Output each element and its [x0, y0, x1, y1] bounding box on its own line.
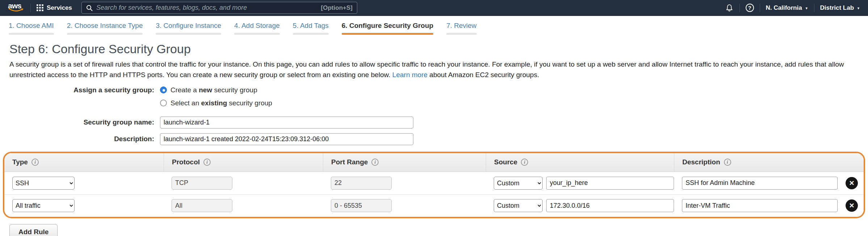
rule-row-ssh: SSH Custom ✕ [4, 172, 864, 194]
rule-type-select[interactable]: SSH [12, 177, 75, 190]
header-description: Description i [674, 153, 835, 172]
navbar-divider [30, 4, 31, 12]
step-6-configure-security-group[interactable]: 6. Configure Security Group [342, 22, 433, 35]
rule-port-range-input [331, 177, 392, 190]
rule-type-select[interactable]: All traffic [12, 199, 75, 212]
rule-source-value-input[interactable] [546, 199, 674, 212]
security-group-description-input[interactable] [160, 133, 413, 145]
step-underline [9, 33, 54, 35]
radio-create-new-security-group[interactable]: Create a new security group [160, 86, 257, 94]
security-rules-table: Type i Protocol i Port Range i Source i … [3, 152, 865, 218]
security-group-description-label: Description: [0, 135, 160, 143]
navbar-right-group: ? N. California ▼ District Lab ▼ [725, 4, 860, 12]
info-icon[interactable]: i [203, 159, 211, 166]
rule-protocol-input [172, 199, 232, 212]
radio-select-existing-security-group[interactable]: Select an existing security group [160, 99, 272, 107]
delete-rule-button[interactable]: ✕ [846, 177, 858, 189]
learn-more-link[interactable]: Learn more [392, 71, 427, 79]
help-button[interactable]: ? [746, 4, 754, 12]
security-group-name-label: Security group name: [0, 118, 160, 126]
notifications-button[interactable] [725, 4, 734, 12]
close-icon: ✕ [849, 202, 854, 209]
info-icon[interactable]: i [724, 159, 731, 166]
rule-source-mode-select[interactable]: Custom [494, 199, 543, 212]
question-icon: ? [746, 4, 754, 12]
rule-source-value-input[interactable] [546, 177, 674, 190]
account-menu[interactable]: District Lab ▼ [820, 4, 860, 12]
account-label: District Lab [820, 4, 854, 12]
region-label: N. California [766, 4, 802, 12]
page-title: Step 6: Configure Security Group [9, 42, 868, 56]
step-underline [156, 33, 221, 35]
step-4-add-storage[interactable]: 4. Add Storage [234, 22, 280, 35]
wizard-steps-bar: 1. Choose AMI 2. Choose Instance Type 3.… [0, 16, 868, 35]
navbar-divider [814, 4, 814, 12]
step-3-configure-instance[interactable]: 3. Configure Instance [156, 22, 221, 35]
header-type: Type i [4, 153, 164, 172]
step-underline-active [342, 33, 433, 35]
top-navbar: aws Services [Option+S] [0, 0, 868, 16]
delete-rule-button[interactable]: ✕ [846, 199, 858, 212]
rule-port-range-input [331, 199, 392, 212]
rule-description-input[interactable] [682, 177, 838, 190]
search-input[interactable] [96, 4, 317, 12]
close-icon: ✕ [849, 180, 854, 186]
info-icon[interactable]: i [521, 159, 528, 166]
services-label: Services [47, 4, 72, 12]
services-menu-button[interactable]: Services [37, 4, 72, 12]
radio-selected-icon[interactable] [160, 87, 167, 93]
aws-logo[interactable]: aws [8, 2, 25, 14]
aws-smile-icon [8, 8, 24, 13]
navbar-divider [740, 4, 740, 12]
chevron-down-icon: ▼ [857, 7, 860, 10]
region-selector[interactable]: N. California ▼ [766, 4, 808, 12]
rule-description-input[interactable] [682, 199, 838, 212]
step-5-add-tags[interactable]: 5. Add Tags [293, 22, 329, 35]
search-shortcut-hint: [Option+S] [321, 4, 353, 12]
grid-icon [37, 4, 43, 11]
assign-security-group-section: Assign a security group: Create a new se… [0, 86, 868, 107]
header-port-range: Port Range i [323, 153, 486, 172]
step-underline [446, 33, 476, 35]
radio-unselected-icon[interactable] [160, 100, 167, 106]
search-icon [86, 5, 93, 11]
info-icon[interactable]: i [371, 159, 379, 166]
info-icon[interactable]: i [31, 159, 39, 166]
rule-source-mode-select[interactable]: Custom [494, 177, 543, 190]
page-description: A security group is a set of firewall ru… [9, 59, 859, 80]
assign-security-group-label: Assign a security group: [0, 86, 160, 94]
chevron-down-icon: ▼ [805, 7, 808, 10]
security-group-description-row: Description: [0, 133, 868, 145]
rule-protocol-input [172, 177, 232, 190]
step-underline [293, 33, 329, 35]
header-source: Source i [486, 153, 674, 172]
navbar-divider [760, 4, 760, 12]
bell-icon [725, 4, 734, 12]
security-group-name-input[interactable] [160, 117, 413, 128]
global-search-box[interactable]: [Option+S] [81, 2, 357, 14]
add-rule-button[interactable]: Add Rule [9, 224, 58, 236]
rule-row-all-traffic: All traffic Custom ✕ [4, 194, 864, 217]
step-7-review[interactable]: 7. Review [446, 22, 476, 35]
step-underline [234, 33, 280, 35]
step-1-choose-ami[interactable]: 1. Choose AMI [9, 22, 54, 35]
step-2-choose-instance-type[interactable]: 2. Choose Instance Type [67, 22, 143, 35]
rules-table-header: Type i Protocol i Port Range i Source i … [4, 153, 864, 172]
step-underline [67, 33, 143, 35]
security-group-name-row: Security group name: [0, 117, 868, 128]
header-protocol: Protocol i [164, 153, 323, 172]
